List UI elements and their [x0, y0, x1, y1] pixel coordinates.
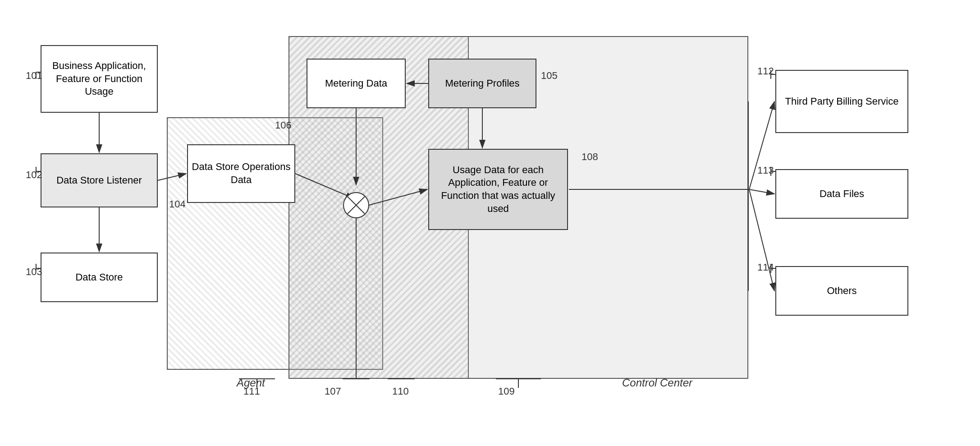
svg-line-20	[749, 189, 774, 194]
data-files-box: Data Files	[775, 169, 908, 219]
data-store-listener-box: Data Store Listener	[41, 153, 158, 207]
ref-114: 114	[757, 262, 774, 273]
ref-106: 106	[275, 120, 292, 131]
ref-108: 108	[582, 151, 598, 163]
ref-110: 110	[392, 386, 409, 397]
ref-103: 103	[26, 266, 42, 278]
others-box: Others	[775, 266, 908, 316]
ref-105: 105	[541, 70, 558, 82]
ref-102: 102	[26, 169, 42, 181]
third-party-box: Third Party Billing Service	[775, 70, 908, 133]
metering-data-box: Metering Data	[307, 59, 406, 108]
control-center-label: Control Center	[622, 377, 692, 389]
usage-data-box: Usage Data for each Application, Feature…	[428, 149, 568, 230]
svg-line-21	[749, 189, 774, 291]
data-store-ops-box: Data Store Operations Data	[187, 144, 295, 203]
ref-109: 109	[498, 386, 515, 397]
business-app-box: Business Application, Feature or Functio…	[41, 45, 158, 113]
ref-113: 113	[757, 165, 774, 176]
ref-104: 104	[169, 198, 186, 210]
ref-107: 107	[325, 386, 341, 397]
metering-profiles-box: Metering Profiles	[428, 59, 536, 108]
data-store-box: Data Store	[41, 253, 158, 302]
ref-112: 112	[757, 65, 774, 77]
ref-111: 111	[243, 386, 260, 397]
diagram-container: Business Application, Feature or Functio…	[0, 0, 980, 446]
ref-101: 101	[26, 70, 42, 82]
